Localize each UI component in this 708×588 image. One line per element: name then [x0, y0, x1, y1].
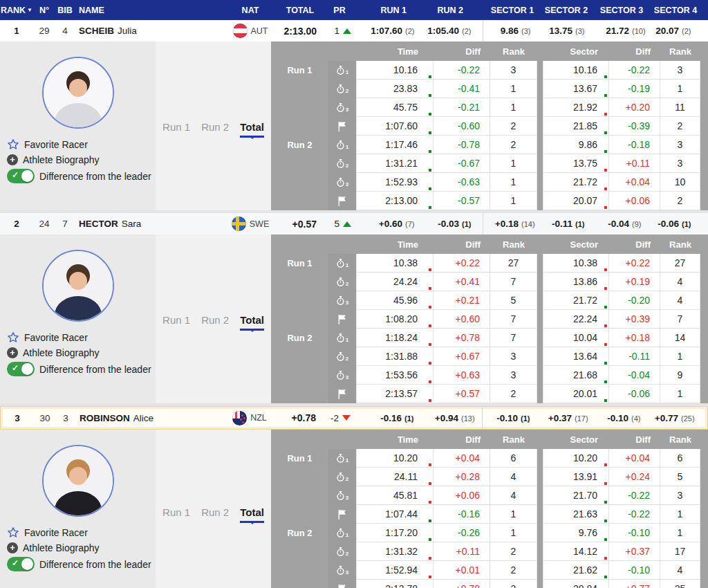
- header-sector2[interactable]: SECTOR 2: [539, 6, 593, 15]
- header-pr[interactable]: PR: [322, 6, 357, 15]
- run-label: [271, 468, 328, 486]
- difference-toggle-switch[interactable]: [7, 169, 35, 183]
- favorite-racer-label: Favorite Racer: [24, 332, 88, 343]
- header-sector1[interactable]: SECTOR 1: [485, 6, 539, 15]
- header-sector4[interactable]: SECTOR 4: [650, 6, 708, 15]
- position-change-value: -2: [330, 413, 339, 423]
- table-gap: [537, 310, 543, 329]
- split-row: 1:07.44 -0.16 1 21.63 -0.22 1: [271, 505, 700, 524]
- header-number[interactable]: N°: [33, 6, 55, 15]
- splits-header-sector: Sector: [543, 42, 609, 61]
- sector-time-cell: 13.91: [543, 468, 609, 486]
- tab-run2[interactable]: Run 2: [201, 506, 229, 523]
- split-time-cell: 1:08.20: [356, 310, 434, 329]
- tab-total[interactable]: Total: [240, 314, 264, 331]
- split-time-cell: 45.75: [356, 98, 434, 117]
- position-change-arrow-icon: [343, 221, 351, 227]
- tab-run1[interactable]: Run 1: [162, 506, 190, 523]
- difference-toggle-switch[interactable]: [7, 362, 35, 376]
- sector-trend-tick: [604, 362, 607, 365]
- tab-run1[interactable]: Run 1: [162, 314, 190, 331]
- time-trend-tick: [429, 576, 431, 578]
- sector-time-cell: 21.68: [543, 366, 609, 385]
- sector-diff-cell: +0.19: [609, 273, 660, 291]
- tab-total[interactable]: Total: [240, 121, 264, 138]
- sector-time-cell: 21.70: [543, 486, 609, 505]
- finish-flag-icon: [328, 580, 356, 588]
- sector-time-cell: 10.38: [543, 254, 609, 273]
- difference-toggle-row[interactable]: Difference from the leader: [7, 169, 150, 183]
- finish-flag-icon: [328, 385, 356, 403]
- split-time-cell: 2:13.78: [356, 580, 434, 588]
- sector-trend-tick: [604, 399, 607, 402]
- stopwatch-1-icon: 1: [328, 136, 356, 154]
- sector-diff-cell: +0.11: [609, 154, 660, 173]
- header-sector3[interactable]: SECTOR 3: [593, 6, 650, 15]
- athlete-biography-button[interactable]: + Athlete Biography: [7, 542, 150, 553]
- split-time-rank-cell: 2: [490, 542, 537, 561]
- split-time-diff-cell: -0.67: [434, 154, 490, 173]
- split-time-diff-cell: -0.78: [434, 136, 490, 154]
- difference-toggle-row[interactable]: Difference from the leader: [7, 362, 150, 376]
- split-row: 1:07.60 -0.60 2 21.85 -0.39 2: [271, 117, 700, 136]
- time-trend-tick: [429, 287, 431, 290]
- tab-run2[interactable]: Run 2: [201, 314, 229, 331]
- split-row: 3 1:52.93 -0.63 1 21.72 +0.04 10: [271, 173, 700, 192]
- header-name[interactable]: NAME: [75, 6, 223, 15]
- header-total[interactable]: TOTAL: [278, 6, 322, 15]
- difference-toggle-switch[interactable]: [7, 557, 35, 571]
- nationality-cell: NZL: [222, 411, 277, 425]
- country-code: NZL: [250, 413, 267, 423]
- tab-total[interactable]: Total: [240, 506, 264, 523]
- run-label: [271, 273, 328, 291]
- sector-trend-tick: [604, 206, 607, 209]
- tab-run2[interactable]: Run 2: [201, 121, 229, 138]
- position-change-cell: 5: [322, 219, 357, 229]
- athlete-biography-label: Athlete Biography: [23, 542, 100, 553]
- run1-result: +0.60(7): [357, 219, 423, 229]
- sector-rank-cell: 1: [660, 505, 700, 524]
- sector-trend-tick: [604, 287, 607, 290]
- athlete-biography-button[interactable]: + Athlete Biography: [7, 154, 150, 165]
- header-nat[interactable]: NAT: [223, 6, 278, 15]
- time-trend-tick: [429, 206, 431, 209]
- sector-diff-cell: -0.22: [609, 61, 660, 80]
- split-row: Run 2 1 1:18.24 +0.78 7 10.04 +0.18 14: [271, 329, 700, 347]
- favorite-racer-button[interactable]: Favorite Racer: [7, 331, 150, 344]
- header-run2[interactable]: RUN 2: [423, 6, 480, 15]
- favorite-racer-button[interactable]: Favorite Racer: [7, 138, 150, 151]
- split-row: Run 1 1 10.38 +0.22 27 10.38 +0.22 27: [271, 254, 700, 273]
- run-label: Run 1: [271, 61, 328, 80]
- splits-table-header: Time Diff Rank Sector Diff Rank: [271, 235, 700, 254]
- sector-time-cell: 21.85: [543, 117, 609, 136]
- time-trend-tick: [429, 94, 431, 97]
- sector2-result: +0.37(17): [539, 413, 593, 423]
- run-label: Run 2: [271, 524, 328, 542]
- time-trend-tick: [429, 187, 431, 190]
- sector4-result: -0.06(1): [650, 219, 708, 229]
- time-trend-tick: [429, 538, 431, 541]
- splits-table-panel: Time Diff Rank Sector Diff Rank Run 1 1 …: [271, 42, 708, 210]
- table-gap: [537, 505, 543, 524]
- racer-summary-row[interactable]: 2 24 7 HECTORSara SWE +0.57 5 +0.60(7) -…: [0, 213, 708, 235]
- time-trend-tick: [429, 399, 431, 402]
- tab-run1[interactable]: Run 1: [162, 121, 190, 138]
- sector1-result: 9.86(3): [485, 26, 539, 36]
- favorite-racer-button[interactable]: Favorite Racer: [7, 526, 150, 539]
- star-icon: [7, 331, 19, 344]
- sector-rank-cell: 1: [660, 347, 700, 366]
- header-run1[interactable]: RUN 1: [357, 6, 423, 15]
- sector-trend-tick: [604, 268, 607, 271]
- splits-table-header: Time Diff Rank Sector Diff Rank: [271, 42, 700, 61]
- header-rank[interactable]: RANK▼: [0, 6, 33, 15]
- athlete-biography-button[interactable]: + Athlete Biography: [7, 347, 150, 358]
- sector-time-cell: 13.67: [543, 80, 609, 98]
- results-page: RANK▼ N° BIB NAME NAT TOTAL PR RUN 1 RUN…: [0, 0, 708, 588]
- split-row: 2:13.00 -0.57 1 20.07 +0.06 2: [271, 192, 700, 210]
- header-bib[interactable]: BIB: [55, 6, 75, 15]
- difference-toggle-row[interactable]: Difference from the leader: [7, 557, 150, 571]
- racer-summary-row[interactable]: 1 29 4 SCHEIBJulia AUT 2:13.00 1 1:07.60…: [0, 20, 708, 42]
- racer-summary-row[interactable]: 3 30 3 ROBINSONAlice NZL +0.78 -2 -0.16(…: [0, 406, 708, 430]
- start-number-value: 29: [33, 26, 55, 36]
- stopwatch-2-icon: 2: [328, 273, 356, 291]
